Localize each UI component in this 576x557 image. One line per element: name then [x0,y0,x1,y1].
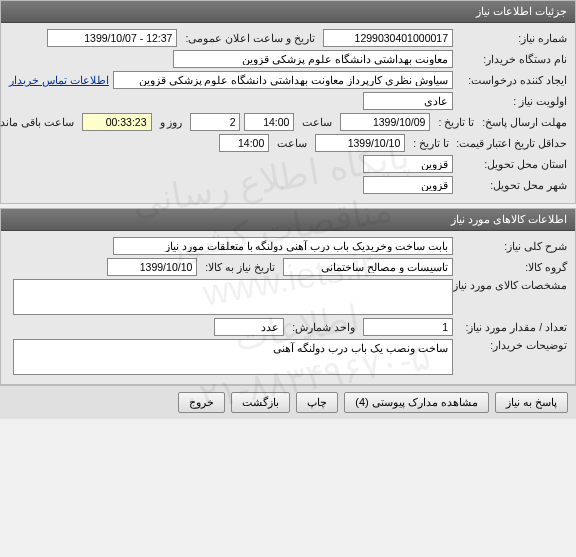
buyer-notes-label: توضیحات خریدار: [457,339,567,351]
unit-label: واحد شمارش: [288,321,359,333]
days-and-label: روز و [156,116,187,128]
need-details-header: جزئیات اطلاعات نیاز [1,1,575,23]
need-details-panel: جزئیات اطلاعات نیاز شماره نیاز: تاریخ و … [0,0,576,204]
priority-field[interactable] [363,92,453,110]
goods-info-panel: اطلاعات کالاهای مورد نیاز شرح کلی نیاز: … [0,208,576,385]
spec-field[interactable] [13,279,453,315]
deadline-date-field[interactable] [340,113,430,131]
goods-info-header: اطلاعات کالاهای مورد نیاز [1,209,575,231]
spec-label: مشخصات کالای مورد نیاز: [457,279,567,291]
min-validity-time-field[interactable] [219,134,269,152]
back-button[interactable]: بازگشت [231,392,290,413]
min-validity-date-field[interactable] [315,134,405,152]
days-remaining-field [190,113,240,131]
until-label-2: تا تاریخ : [409,137,453,149]
until-label: تا تاریخ : [434,116,478,128]
priority-label: اولویت نیاز : [457,95,567,107]
qty-label: تعداد / مقدار مورد نیاز: [457,321,567,333]
need-no-label: شماره نیاز: [457,32,567,44]
footer-bar: پاسخ به نیاز مشاهده مدارک پیوستی (4) چاپ… [0,385,576,419]
time-remaining-field [82,113,152,131]
buyer-label: نام دستگاه خریدار: [457,53,567,65]
delivery-city-label: شهر محل تحویل: [457,179,567,191]
min-validity-label: حداقل تاریخ اعتبار قیمت: [457,137,567,149]
remaining-label: ساعت باقی مانده [0,116,78,128]
qty-field[interactable] [363,318,453,336]
print-button[interactable]: چاپ [296,392,338,413]
respond-button[interactable]: پاسخ به نیاز [495,392,568,413]
delivery-prov-field[interactable] [363,155,453,173]
general-desc-label: شرح کلی نیاز: [457,240,567,252]
group-label: گروه کالا: [457,261,567,273]
contact-link[interactable]: اطلاعات تماس خریدار [9,74,109,86]
group-field[interactable] [283,258,453,276]
buyer-field[interactable] [173,50,453,68]
need-date-field[interactable] [107,258,197,276]
attachments-button[interactable]: مشاهده مدارک پیوستی (4) [344,392,489,413]
announce-date-field[interactable] [47,29,177,47]
delivery-prov-label: استان محل تحویل: [457,158,567,170]
deadline-label: مهلت ارسال پاسخ: [482,116,567,128]
general-desc-field[interactable] [113,237,453,255]
buyer-notes-field[interactable] [13,339,453,375]
creator-label: ایجاد کننده درخواست: [457,74,567,86]
announce-date-label: تاریخ و ساعت اعلان عمومی: [181,32,319,44]
need-no-field[interactable] [323,29,453,47]
need-date-label: تاریخ نیاز به کالا: [201,261,279,273]
unit-field[interactable] [214,318,284,336]
exit-button[interactable]: خروج [178,392,225,413]
delivery-city-field[interactable] [363,176,453,194]
time-label-2: ساعت [273,137,311,149]
deadline-time-field[interactable] [244,113,294,131]
time-label-1: ساعت [298,116,336,128]
creator-field[interactable] [113,71,453,89]
